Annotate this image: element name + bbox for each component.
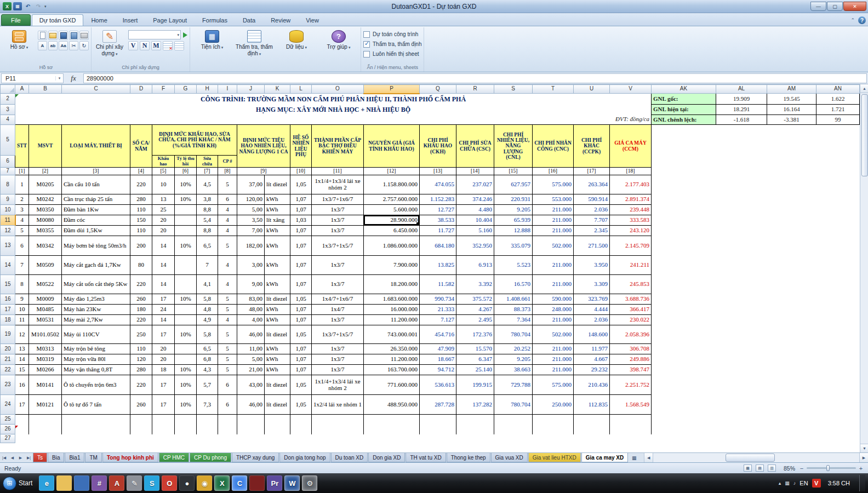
cell[interactable]: 5,8 xyxy=(197,325,218,344)
column-header-g[interactable]: G xyxy=(175,85,197,94)
grid-icon[interactable] xyxy=(174,41,184,50)
cell[interactable]: Cần trục tháp 25 tấn xyxy=(62,194,130,205)
cell[interactable]: 220.931 xyxy=(494,194,533,205)
cell[interactable]: 4 xyxy=(218,256,237,275)
cell[interactable]: 4,8 xyxy=(197,305,218,315)
cell[interactable]: 4,5 xyxy=(197,175,218,194)
cell[interactable]: 1,07 xyxy=(290,205,312,215)
cell[interactable]: 263.364 xyxy=(574,175,610,194)
cell[interactable] xyxy=(15,425,29,434)
cell[interactable] xyxy=(767,375,816,395)
sheet-tab-tong-hop-kinh-phi[interactable]: Tong hop kinh phi xyxy=(102,453,158,462)
page-break-view-icon[interactable]: ▥ xyxy=(768,465,776,472)
cell[interactable] xyxy=(152,425,175,434)
cell[interactable] xyxy=(816,365,860,375)
cell[interactable]: 250.000 xyxy=(533,395,574,415)
show-desktop-button[interactable] xyxy=(859,475,865,491)
cell[interactable] xyxy=(652,175,716,194)
cell[interactable]: 287.728 xyxy=(420,395,456,415)
cell[interactable] xyxy=(767,205,816,215)
cell[interactable] xyxy=(652,125,860,156)
skype-icon[interactable]: S xyxy=(144,475,159,491)
cell[interactable]: 1,07 xyxy=(290,275,312,294)
du-lieu-button[interactable]: Dữ liệu▾ xyxy=(277,28,316,64)
ribbon-tab-insert[interactable]: Insert xyxy=(115,14,146,26)
row-header[interactable]: 21 xyxy=(1,354,15,365)
header-loai-may[interactable]: LOẠI MÁY, THIẾT BỊ xyxy=(62,125,130,168)
cell[interactable]: 5,4 xyxy=(197,215,218,226)
close-button[interactable]: ✕ xyxy=(843,2,866,11)
cell[interactable]: 210.436 xyxy=(574,375,610,395)
row-header[interactable]: 5 xyxy=(1,125,15,156)
ribbon-tab-page-layout[interactable]: Page Layout xyxy=(145,14,195,26)
cell[interactable] xyxy=(652,354,716,365)
cell[interactable]: 1,03 xyxy=(290,215,312,226)
cell[interactable]: 14 xyxy=(152,315,175,325)
checkbox-tham-tra-tham-dinh[interactable]: Thẩm tra, thẩm định xyxy=(363,39,421,49)
cell[interactable]: [12] xyxy=(364,168,420,175)
cell[interactable] xyxy=(767,415,816,425)
cell[interactable] xyxy=(456,415,494,425)
cell[interactable] xyxy=(420,415,456,425)
cell[interactable]: 211.000 xyxy=(533,226,574,236)
cell[interactable]: 575.000 xyxy=(533,175,574,194)
cell[interactable] xyxy=(652,415,716,425)
save-icon[interactable] xyxy=(59,31,68,40)
cell[interactable]: 4,00 xyxy=(237,315,265,325)
cell[interactable]: M0266 xyxy=(29,365,62,375)
cell[interactable]: kWh xyxy=(265,365,290,375)
cell[interactable] xyxy=(716,236,767,256)
cell[interactable]: 10% xyxy=(175,294,197,305)
cell[interactable] xyxy=(652,156,860,168)
cell[interactable]: M0509 xyxy=(29,256,62,275)
next-sheet-icon[interactable]: ▶ xyxy=(16,453,25,462)
cell[interactable]: 4.667 xyxy=(574,354,610,365)
name-box[interactable]: P11 ▾ xyxy=(1,73,64,83)
header-sua-chua[interactable]: Sửa chữa xyxy=(197,156,218,168)
cell[interactable]: 163.700.000 xyxy=(364,365,420,375)
help-icon[interactable]: ? xyxy=(858,16,866,24)
cell[interactable]: 13.825 xyxy=(420,256,456,275)
style-icon[interactable]: Aa xyxy=(59,41,68,50)
media-icon[interactable]: ● xyxy=(179,475,195,491)
cell[interactable]: 6 xyxy=(218,375,237,395)
cell[interactable]: [5] xyxy=(152,168,175,175)
row-header[interactable]: 6 xyxy=(1,156,15,168)
cell[interactable]: 3.950 xyxy=(574,256,610,275)
ho-so-button[interactable]: Hồ sơ▾ xyxy=(3,28,35,64)
ribbon-tab-formulas[interactable]: Formulas xyxy=(195,14,235,26)
cell[interactable] xyxy=(29,415,62,425)
cell[interactable] xyxy=(130,415,152,425)
header-gia-ca-may[interactable]: GIÁ CA MÁY (CCM) xyxy=(610,125,652,168)
cell[interactable]: 1x3/7+1x6/7 xyxy=(312,194,364,205)
row-header[interactable]: 27 xyxy=(1,434,15,443)
cell[interactable]: [13] xyxy=(420,168,456,175)
cell[interactable]: 2.036 xyxy=(574,205,610,215)
row-header[interactable]: 23 xyxy=(1,375,15,395)
cell[interactable]: 120 xyxy=(130,354,152,365)
cell[interactable]: 112.835 xyxy=(574,395,610,415)
cell[interactable]: 9 xyxy=(15,294,29,305)
cell[interactable] xyxy=(265,425,290,434)
cell-dvt[interactable]: ĐVT: đồng/ca xyxy=(610,115,652,125)
row-header[interactable]: 24 xyxy=(1,395,15,415)
cell[interactable]: 5,00 xyxy=(237,205,265,215)
cell[interactable]: 1,07 xyxy=(290,194,312,205)
cell[interactable]: 280 xyxy=(130,194,152,205)
cell[interactable] xyxy=(816,354,860,365)
cell[interactable] xyxy=(816,395,860,415)
cell[interactable]: [11] xyxy=(312,168,364,175)
cell[interactable] xyxy=(175,275,197,294)
cell[interactable]: 7 xyxy=(197,256,218,275)
letter-button-n[interactable]: N xyxy=(140,41,150,50)
cell[interactable] xyxy=(652,215,716,226)
cell[interactable]: 4.444 xyxy=(574,305,610,315)
cell[interactable]: [18] xyxy=(610,168,652,175)
cell[interactable]: 11.977 xyxy=(574,344,610,354)
cell[interactable]: 16.000.000 xyxy=(364,305,420,315)
cell[interactable]: 1.683.600.000 xyxy=(364,294,420,305)
cell[interactable] xyxy=(767,275,816,294)
column-header-c[interactable]: C xyxy=(62,85,130,94)
cell[interactable]: 38.533 xyxy=(420,215,456,226)
header-thanh-phan[interactable]: THÀNH PHẦN CẤP BẬC THỢ ĐIỀU KHIỂN MÁY xyxy=(312,125,364,168)
